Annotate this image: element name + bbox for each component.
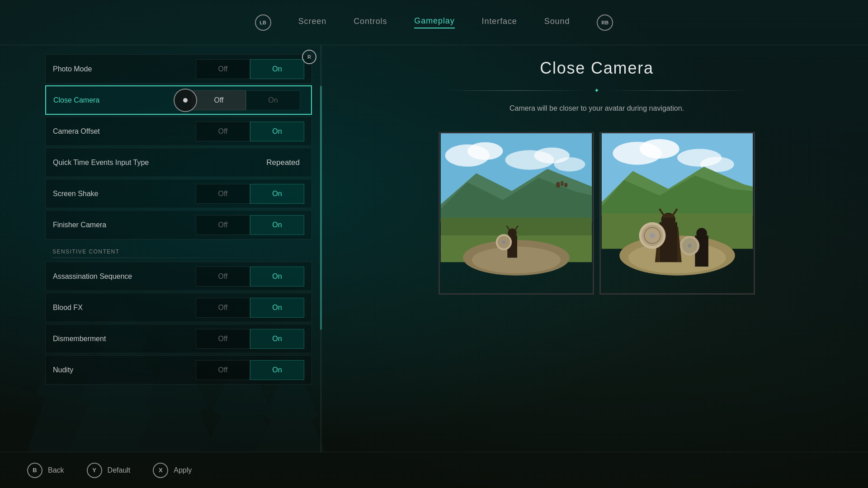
photo-mode-toggle: Off On <box>196 59 304 79</box>
setting-blood-fx[interactable]: Blood FX Off On <box>45 293 312 322</box>
nudity-label: Nudity <box>53 366 196 374</box>
tab-gameplay[interactable]: Gameplay <box>414 16 454 28</box>
assassination-seq-label: Assassination Sequence <box>53 272 196 281</box>
screen-shake-off[interactable]: Off <box>196 184 250 204</box>
dismemberment-label: Dismemberment <box>53 335 196 343</box>
close-camera-off[interactable]: Off <box>192 90 246 110</box>
finisher-camera-toggle: Off On <box>196 215 304 235</box>
close-camera-on[interactable]: On <box>246 90 300 110</box>
apply-label: Apply <box>174 466 192 474</box>
detail-divider: ✦ <box>443 87 750 94</box>
tab-screen[interactable]: Screen <box>298 17 326 28</box>
finisher-camera-label: Finisher Camera <box>53 221 196 229</box>
detail-description: Camera will be closer to your avatar dur… <box>509 103 684 114</box>
scrollbar[interactable] <box>320 45 322 452</box>
dismemberment-on[interactable]: On <box>250 329 304 349</box>
svg-rect-24 <box>557 182 560 188</box>
photo-mode-on[interactable]: On <box>250 59 304 79</box>
close-camera-label: Close Camera <box>53 96 178 104</box>
photo-mode-label: Photo Mode <box>53 65 196 73</box>
back-label: Back <box>48 466 64 474</box>
assassination-seq-off[interactable]: Off <box>196 267 250 286</box>
sensitive-content-label: SENSITIVE CONTENT <box>45 241 312 262</box>
screenshot-left <box>439 132 594 295</box>
finisher-camera-off[interactable]: Off <box>196 215 250 235</box>
blood-fx-off[interactable]: Off <box>196 298 250 318</box>
setting-assassination-seq[interactable]: Assassination Sequence Off On <box>45 262 312 291</box>
main-container: LB Screen Controls Gameplay Interface So… <box>0 0 868 488</box>
tab-interface[interactable]: Interface <box>482 17 517 28</box>
apply-button[interactable]: X Apply <box>153 463 192 478</box>
setting-qte-input[interactable]: Quick Time Events Input Type Repeated <box>45 148 312 177</box>
assassination-seq-toggle: Off On <box>196 267 304 286</box>
content-area: R Photo Mode Off On Close Camera Off O <box>0 45 868 452</box>
svg-rect-45 <box>663 214 674 218</box>
qte-value: Repeated <box>255 158 300 167</box>
camera-offset-on[interactable]: On <box>250 122 304 141</box>
blood-fx-on[interactable]: On <box>250 298 304 318</box>
screen-shake-toggle: Off On <box>196 184 304 204</box>
back-button[interactable]: B Back <box>27 463 64 478</box>
screenshot-left-image <box>440 133 593 293</box>
rb-button[interactable]: RB <box>597 14 613 31</box>
svg-rect-26 <box>564 183 567 187</box>
svg-point-10 <box>554 157 585 171</box>
setting-screen-shake[interactable]: Screen Shake Off On <box>45 179 312 208</box>
lb-button[interactable]: LB <box>255 14 271 31</box>
b-icon: B <box>27 463 42 478</box>
setting-photo-mode[interactable]: Photo Mode Off On <box>45 54 312 84</box>
nudity-on[interactable]: On <box>250 360 304 380</box>
divider-ornament: ✦ <box>594 87 599 94</box>
divider-line-left <box>443 90 589 91</box>
svg-rect-25 <box>561 181 563 186</box>
scroll-thumb <box>320 86 322 330</box>
setting-finisher-camera[interactable]: Finisher Camera Off On <box>45 210 312 239</box>
blood-fx-label: Blood FX <box>53 304 196 312</box>
right-panel: Close Camera ✦ Camera will be closer to … <box>326 45 868 452</box>
photo-mode-off[interactable]: Off <box>196 59 250 79</box>
close-camera-toggle: Off On <box>178 90 300 110</box>
svg-point-51 <box>688 244 692 248</box>
slider-dot <box>183 98 188 103</box>
qte-label: Quick Time Events Input Type <box>53 159 255 167</box>
finisher-camera-on[interactable]: On <box>250 215 304 235</box>
svg-point-29 <box>639 139 679 159</box>
y-icon: Y <box>87 463 102 478</box>
assassination-seq-on[interactable]: On <box>250 267 304 286</box>
screen-shake-label: Screen Shake <box>53 190 196 198</box>
tab-controls[interactable]: Controls <box>354 17 387 28</box>
dismemberment-toggle: Off On <box>196 329 304 349</box>
default-button[interactable]: Y Default <box>87 463 131 478</box>
screenshot-right-image <box>601 133 754 293</box>
tab-sound[interactable]: Sound <box>544 17 570 28</box>
x-icon: X <box>153 463 168 478</box>
svg-point-7 <box>467 142 503 160</box>
nudity-toggle: Off On <box>196 360 304 380</box>
camera-offset-label: Camera Offset <box>53 127 196 136</box>
close-camera-slider-circle <box>174 89 197 112</box>
top-nav: LB Screen Controls Gameplay Interface So… <box>0 0 868 45</box>
setting-camera-offset[interactable]: Camera Offset Off On <box>45 117 312 146</box>
detail-title: Close Camera <box>540 59 654 78</box>
divider-line-right <box>605 90 750 91</box>
r-stick-indicator: R <box>302 50 316 64</box>
screenshots-comparison <box>439 132 755 295</box>
dismemberment-off[interactable]: Off <box>196 329 250 349</box>
setting-nudity[interactable]: Nudity Off On <box>45 355 312 385</box>
camera-offset-off[interactable]: Off <box>196 122 250 141</box>
default-label: Default <box>108 466 131 474</box>
svg-point-20 <box>502 240 506 244</box>
screen-shake-on[interactable]: On <box>250 184 304 204</box>
camera-offset-toggle: Off On <box>196 122 304 141</box>
svg-point-42 <box>650 233 655 238</box>
setting-close-camera[interactable]: Close Camera Off On <box>45 85 312 115</box>
screenshot-right <box>599 132 755 295</box>
blood-fx-toggle: Off On <box>196 298 304 318</box>
svg-point-52 <box>696 228 707 239</box>
nudity-off[interactable]: Off <box>196 360 250 380</box>
left-panel: R Photo Mode Off On Close Camera Off O <box>0 45 326 452</box>
bottom-bar: B Back Y Default X Apply <box>0 452 868 488</box>
setting-dismemberment[interactable]: Dismemberment Off On <box>45 324 312 353</box>
